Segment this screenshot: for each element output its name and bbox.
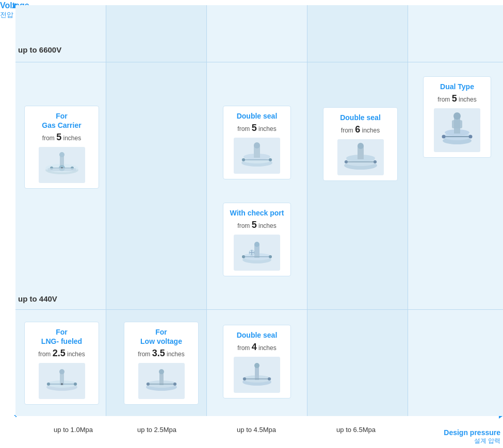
card-double-seal-5-from: from 5 inches xyxy=(229,123,285,134)
card-check-port-title: With check port xyxy=(229,208,285,218)
svg-point-14 xyxy=(254,142,260,148)
svg-point-59 xyxy=(173,383,176,386)
card-double-seal-5-img xyxy=(234,138,280,174)
svg-point-58 xyxy=(147,383,150,386)
svg-point-50 xyxy=(47,383,50,386)
card-lng-fueled-title: ForLNG- fueled xyxy=(30,327,93,346)
voltage-label-440: up to 440V xyxy=(18,294,57,303)
hline-2 xyxy=(15,309,503,310)
card-double-seal-5[interactable]: Double seal from 5 inches xyxy=(223,106,291,179)
card-double-seal-4-title: Double seal xyxy=(229,330,285,340)
pressure-label-2: up to 2.5Mpa xyxy=(137,426,176,434)
card-lng-fueled[interactable]: ForLNG- fueled from 2.5 inches xyxy=(24,322,99,405)
x-axis-title: Design pressure xyxy=(444,428,500,437)
card-double-seal-5-title: Double seal xyxy=(229,111,285,121)
card-check-port-img xyxy=(234,235,280,271)
card-lng-fueled-from: from 2.5 inches xyxy=(30,348,93,359)
svg-point-56 xyxy=(159,369,164,374)
svg-point-48 xyxy=(59,369,64,374)
svg-point-24 xyxy=(345,160,348,163)
svg-point-38 xyxy=(254,242,259,247)
card-double-seal-4-img xyxy=(234,357,280,393)
card-double-seal-4[interactable]: Double seal from 4 inches xyxy=(223,325,291,399)
vline-2 xyxy=(206,5,207,416)
card-gas-carrier-title: ForGas Carrier xyxy=(30,111,93,130)
svg-point-16 xyxy=(242,158,245,161)
svg-point-4 xyxy=(59,152,64,157)
card-lng-fueled-img xyxy=(39,363,85,399)
card-double-seal-6-img xyxy=(337,139,384,175)
svg-point-22 xyxy=(358,143,364,149)
svg-point-63 xyxy=(254,363,259,368)
pressure-label-4: up to 6.5Mpa xyxy=(336,426,376,434)
grid-col-5 xyxy=(408,5,503,416)
card-double-seal-4-from: from 4 inches xyxy=(229,342,285,353)
pressure-label-1: up to 1.0Mpa xyxy=(54,426,93,434)
svg-rect-31 xyxy=(452,120,462,128)
svg-point-17 xyxy=(269,158,272,161)
card-gas-carrier-img xyxy=(39,147,85,183)
hline-1 xyxy=(15,62,503,62)
card-gas-carrier[interactable]: ForGas Carrier from 5 inches xyxy=(24,106,99,189)
svg-point-44 xyxy=(269,255,272,258)
svg-point-33 xyxy=(442,135,446,138)
card-dual-type-from: from 5 inches xyxy=(429,93,485,104)
vline-3 xyxy=(307,5,307,416)
svg-point-51 xyxy=(74,383,77,386)
chart-container: Voltage 전압 Design pressure 설계 압력 up to 6… xyxy=(0,0,503,448)
card-check-port[interactable]: With check port from 5 inches xyxy=(223,203,291,276)
pressure-label-3: up to 4.5Mpa xyxy=(237,426,276,434)
card-dual-type[interactable]: Dual Type from 5 inches xyxy=(423,76,491,158)
svg-point-52 xyxy=(61,383,63,385)
x-axis-label: Design pressure 설계 압력 xyxy=(444,428,500,445)
grid-col-4 xyxy=(307,5,408,416)
x-axis-subtitle: 설계 압력 xyxy=(444,437,500,445)
svg-point-34 xyxy=(469,135,473,138)
card-low-voltage-from: from 3.5 inches xyxy=(129,348,193,359)
vline-4 xyxy=(408,5,408,416)
svg-point-30 xyxy=(453,112,461,120)
vline-1 xyxy=(106,5,106,416)
svg-point-43 xyxy=(242,255,245,258)
card-low-voltage-img xyxy=(138,363,185,399)
card-low-voltage[interactable]: ForLow voltage from 3.5 inches xyxy=(124,322,199,405)
card-dual-type-title: Dual Type xyxy=(429,82,485,91)
card-gas-carrier-from: from 5 inches xyxy=(30,132,93,143)
svg-point-65 xyxy=(243,377,246,380)
svg-rect-9 xyxy=(47,168,76,171)
card-dual-type-img xyxy=(434,108,480,152)
voltage-label-6600: up to 6600V xyxy=(18,45,61,54)
card-double-seal-6-title: Double seal xyxy=(329,113,392,122)
card-double-seal-6-from: from 6 inches xyxy=(329,124,392,135)
svg-point-66 xyxy=(268,377,271,380)
card-check-port-from: from 5 inches xyxy=(229,220,285,230)
card-low-voltage-title: ForLow voltage xyxy=(129,327,193,346)
card-double-seal-6[interactable]: Double seal from 6 inches xyxy=(323,107,398,181)
svg-point-25 xyxy=(374,160,377,163)
